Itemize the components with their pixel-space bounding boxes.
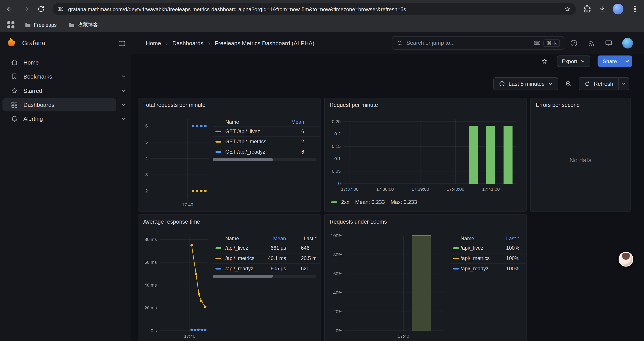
bookmark-folder-blogs[interactable]: 收藏博客 [64,20,102,30]
chevron-down-icon[interactable] [121,74,126,79]
legend-row[interactable]: /api/_readyz 605 µs 620 [212,264,320,274]
panel-errors-per-second[interactable]: Errors per second No data [530,98,631,212]
series-mean-value: 661 µs [264,245,286,251]
svg-text:0.1: 0.1 [334,156,341,161]
browser-profile-avatar[interactable] [613,4,624,15]
home-icon [10,58,18,67]
reload-icon[interactable] [36,4,46,14]
series-name: /api/_livez [225,245,264,251]
svg-text:17:40: 17:40 [182,202,193,207]
panel-average-response-time[interactable]: Average response time 80 ms60 ms40 ms20 … [138,214,320,341]
series-name: GET /api/_readyz [225,149,278,155]
sidebar-item-home[interactable]: Home [0,56,130,70]
dashboard-canvas: Export Share Last 5 minutes [130,54,644,341]
timeseries-chart[interactable]: 6543217:40 [142,115,211,210]
series-mean-value: 40.1 ms [264,256,286,261]
panel-title[interactable]: Requests under 100ms [325,215,526,225]
apps-grid-icon[interactable] [8,22,14,28]
display-icon[interactable] [604,39,613,48]
bell-icon [10,115,18,123]
legend-row[interactable]: GET /api/_metrics 2 [212,137,320,147]
area-chart[interactable]: 100%80%60%40%20%0%17:40 [328,232,447,341]
refresh-interval-button[interactable] [618,78,629,90]
legend-col-mean[interactable]: Mean [278,119,304,125]
brand-name[interactable]: Grafana [22,32,45,54]
panel-title[interactable]: Request per minute [325,98,526,108]
bar-chart[interactable]: 0.250.20.150.10.05017:37:0017:38:0017:39… [328,115,524,194]
legend-col-name[interactable]: Name [225,119,278,125]
timeseries-chart[interactable]: 80 ms60 ms40 ms20 ms0 s17:40 [142,232,211,341]
time-range-picker[interactable]: Last 5 minutes [494,77,558,90]
zoom-out-button[interactable] [561,77,576,90]
svg-text:60%: 60% [333,271,342,276]
series-name[interactable]: 2xx [341,199,350,205]
legend-col-last[interactable]: Last * [301,236,320,241]
panel-request-per-minute[interactable]: Request per minute 0.250.20.150.10.05017… [324,98,526,212]
user-avatar[interactable] [622,38,633,49]
sidebar-item-dashboards[interactable]: Dashboards [0,98,130,112]
legend-row[interactable]: /api/_metrics 40.1 ms 20.5 m [212,253,320,264]
search-input[interactable]: Search or jump to... ⌘+k [392,36,564,50]
breadcrumb-home[interactable]: Home [146,40,161,47]
panel-title[interactable]: Average response time [138,215,320,225]
series-color-swatch [216,268,221,269]
export-button[interactable]: Export [557,56,590,67]
grafana-topnav: Grafana Home › Dashboards › Freeleaps Me… [0,32,644,54]
breadcrumb-dashboards[interactable]: Dashboards [172,40,204,47]
panel-requests-under-100ms[interactable]: Requests under 100ms 100%80%60%40%20%0%1… [324,214,526,341]
sidebar-toggle-icon[interactable] [118,39,126,48]
refresh-icon [584,81,590,87]
scrollbar-thumb[interactable] [212,275,273,278]
sidebar-item-label: Bookmarks [24,73,52,80]
legend-row[interactable]: GET /api/_readyz 6 [212,147,320,157]
chevron-down-icon[interactable] [121,102,126,107]
svg-text:17:40:00: 17:40:00 [447,187,464,192]
legend-row[interactable]: /api/_readyz 100% [450,264,526,274]
bookmark-star-icon[interactable] [564,5,571,13]
legend-row[interactable]: /api/_livez 100% [450,243,526,253]
svg-text:20 ms: 20 ms [144,305,157,310]
url-bar[interactable]: grafana.mathmast.com/d/deytv4rwavabkb/fr… [52,3,576,15]
assistant-avatar-button[interactable] [618,252,633,267]
legend-row[interactable]: GET /api/_livez 6 [212,127,320,137]
breadcrumb-current[interactable]: Freeleaps Metrics Dashboard (ALPHA) [215,40,314,47]
browser-menu-icon[interactable] [630,6,640,13]
grafana-logo[interactable] [6,38,17,49]
sidebar-item-alerting[interactable]: Alerting [0,112,130,126]
legend-col-name[interactable]: Name [460,236,498,241]
share-button[interactable]: Share [598,56,632,67]
panel-title[interactable]: Errors per second [531,98,630,108]
sidebar-item-starred[interactable]: Starred [0,84,130,98]
sidebar-item-bookmarks[interactable]: Bookmarks [0,70,130,84]
series-color-swatch [453,258,459,259]
legend-h-scrollbar[interactable] [212,275,316,278]
panel-total-requests[interactable]: Total requests per minute 6543217:40 Nam… [138,98,320,212]
legend-h-scrollbar[interactable] [212,158,316,161]
site-settings-icon[interactable] [58,6,64,12]
help-icon[interactable]: ? [569,39,578,48]
chevron-down-icon[interactable] [121,116,126,121]
back-icon[interactable] [5,4,15,14]
legend-row[interactable]: /api/_livez 661 µs 646 [212,243,320,253]
news-rss-icon[interactable] [586,39,596,48]
url-text[interactable]: grafana.mathmast.com/d/deytv4rwavabkb/fr… [68,6,560,12]
legend-row[interactable]: /api/_metrics 100% [450,253,526,264]
forward-icon[interactable] [20,4,30,14]
svg-text:0 s: 0 s [151,328,157,333]
favorite-star-icon[interactable] [540,56,550,66]
series-color-swatch [216,151,221,153]
panel-title[interactable]: Total requests per minute [138,98,320,108]
extensions-icon[interactable] [583,5,592,13]
panel-legend: Name Mean GET /api/_livez 6 GE [212,117,320,157]
legend-col-mean[interactable]: Mean [264,236,286,241]
svg-text:3: 3 [145,172,148,177]
chevron-right-icon: › [166,40,168,47]
refresh-button[interactable]: Refresh [579,77,629,90]
bookmark-folder-freeleaps[interactable]: Freeleaps [21,20,60,30]
chevron-down-icon[interactable] [121,88,126,93]
share-menu-button[interactable] [622,56,632,67]
downloads-icon[interactable] [598,5,606,13]
legend-col-last[interactable]: Last * [498,236,519,241]
legend-col-name[interactable]: Name [225,236,264,241]
scrollbar-thumb[interactable] [212,158,273,161]
